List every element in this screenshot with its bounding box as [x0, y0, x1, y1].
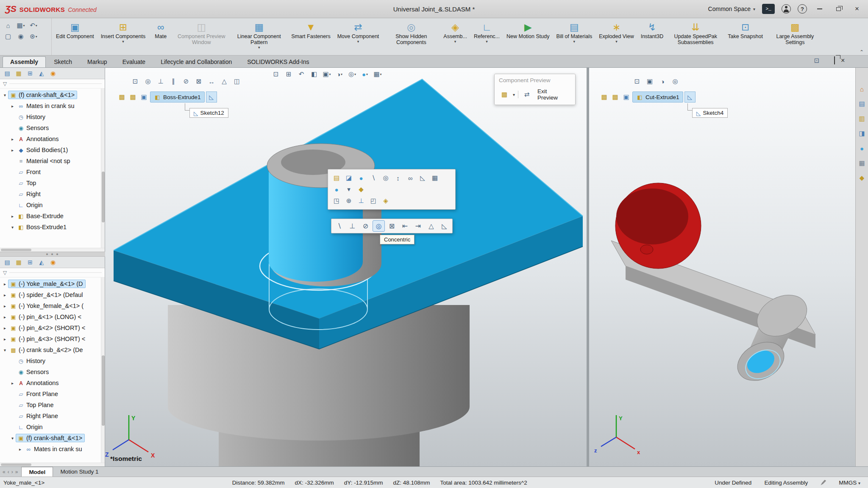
- comment-icon[interactable]: [417, 173, 428, 183]
- subassembly-icon[interactable]: [610, 92, 620, 102]
- configurationmanager-tab-icon[interactable]: [25, 258, 36, 267]
- expand-arrow-icon[interactable]: [2, 304, 8, 308]
- sync-preview-icon[interactable]: [521, 89, 532, 100]
- distance-icon[interactable]: [206, 76, 217, 86]
- crank-wheel-top-face[interactable]: [616, 189, 688, 244]
- ribbon-collapse-icon[interactable]: ⌃: [860, 49, 864, 55]
- edit-feature-icon[interactable]: [331, 173, 342, 183]
- edit-sketch-icon[interactable]: [343, 173, 354, 183]
- ribbon-button[interactable]: Bill of Materials ▾: [553, 19, 595, 54]
- ribbon-button[interactable]: Component Preview Window ▾: [172, 19, 230, 54]
- tree-item[interactable]: Boss-Extrude1: [0, 222, 105, 233]
- home-icon[interactable]: [3, 20, 14, 30]
- perpendicular2-icon[interactable]: [155, 76, 166, 86]
- command-tab[interactable]: Lifecycle and Collaboration: [153, 57, 239, 67]
- perpendicular-relation-icon[interactable]: [346, 220, 359, 232]
- ribbon-button[interactable]: Move Component ▾: [334, 19, 383, 54]
- ribbon-button[interactable]: Show Hidden Components ▾: [382, 19, 440, 54]
- next-tab-icon[interactable]: ›: [11, 469, 13, 475]
- expand-arrow-icon[interactable]: [9, 225, 16, 230]
- coincident-icon[interactable]: [130, 76, 141, 86]
- sketch-chip-box[interactable]: [684, 92, 696, 103]
- hide-show-icon[interactable]: [347, 69, 358, 79]
- exit-preview-button[interactable]: Exit Preview: [535, 87, 571, 102]
- zoom-fit-icon[interactable]: [270, 69, 281, 79]
- view-palette-icon[interactable]: [857, 128, 867, 139]
- sketch-breadcrumb-chip[interactable]: Sketch12: [189, 108, 228, 118]
- concentric2-icon[interactable]: [142, 76, 153, 86]
- box-zoom-icon[interactable]: [331, 196, 342, 206]
- dock-window-icon[interactable]: ⊡: [811, 55, 822, 66]
- displaymanager-tab-icon[interactable]: [47, 69, 58, 78]
- expand-arrow-icon[interactable]: [2, 315, 8, 319]
- propertymanager-tab-icon[interactable]: [13, 69, 24, 78]
- assembly-icon[interactable]: [117, 92, 127, 102]
- custom-properties-icon[interactable]: [857, 158, 867, 168]
- ribbon-button[interactable]: Mate ▾: [149, 19, 172, 54]
- expand-arrow-icon[interactable]: [9, 148, 16, 152]
- table-icon[interactable]: [429, 173, 440, 183]
- tree-item[interactable]: (-) spider_&<1> (Defaul: [0, 289, 105, 300]
- appearance-icon[interactable]: [356, 173, 367, 183]
- file-explorer-icon[interactable]: [857, 114, 867, 124]
- tree-item[interactable]: Annotations: [0, 133, 105, 144]
- edit-appearance-icon[interactable]: [359, 69, 370, 79]
- ribbon-button[interactable]: Edit Component ▾: [53, 19, 97, 54]
- vertical-scrollbar[interactable]: [101, 277, 105, 463]
- account-icon[interactable]: [782, 4, 791, 14]
- appearances-icon[interactable]: [857, 143, 867, 153]
- expand-arrow-icon[interactable]: [9, 214, 16, 219]
- contour-icon[interactable]: [368, 173, 379, 183]
- tree-item[interactable]: Front Plane: [0, 388, 105, 399]
- parallel-relation-icon[interactable]: [333, 220, 345, 232]
- dimxpertmanager-tab-icon[interactable]: [36, 69, 47, 78]
- zoom-fit-icon[interactable]: [632, 76, 643, 86]
- right-3d-scene[interactable]: Y x z: [589, 68, 855, 466]
- concentric-relation-icon[interactable]: [373, 220, 385, 232]
- attach-icon[interactable]: [405, 173, 416, 183]
- expand-arrow-icon[interactable]: [2, 348, 8, 352]
- vertical-scrollbar[interactable]: [101, 89, 105, 248]
- command-tab[interactable]: Evaluate: [115, 57, 153, 67]
- configure-feature-icon[interactable]: [380, 196, 391, 206]
- horizontal-scrollbar[interactable]: [0, 463, 105, 466]
- featuremanager-tab-icon[interactable]: [2, 69, 13, 78]
- tree-item[interactable]: Annotations: [0, 377, 105, 388]
- expand-arrow-icon[interactable]: [2, 337, 8, 341]
- unit-system-selector[interactable]: MMGS ▾: [839, 480, 860, 486]
- appearance-ball-icon[interactable]: [331, 184, 342, 194]
- ribbon-button[interactable]: Exploded View ▾: [595, 19, 637, 54]
- new-document-icon[interactable]: [3, 31, 14, 42]
- expand-arrow-icon[interactable]: [2, 282, 8, 286]
- design-library-icon[interactable]: [857, 99, 867, 109]
- horizontal-dim-icon[interactable]: [399, 220, 411, 232]
- ribbon-button[interactable]: Large Assembly Settings ▾: [766, 19, 824, 54]
- ribbon-button[interactable]: Instant3D ▾: [637, 19, 667, 54]
- expand-arrow-icon[interactable]: [9, 436, 16, 441]
- assembly-icon[interactable]: [599, 92, 609, 102]
- measure-icon[interactable]: [392, 173, 403, 183]
- command-tab[interactable]: Markup: [80, 57, 114, 67]
- tree-item[interactable]: Base-Extrude: [0, 211, 105, 222]
- doc-close-button[interactable]: ×: [841, 57, 845, 64]
- expand-arrow-icon[interactable]: [2, 293, 8, 297]
- expand-arrow-icon[interactable]: [2, 326, 8, 330]
- tree-item[interactable]: Right: [0, 189, 105, 200]
- select-icon[interactable]: [15, 31, 26, 42]
- save-icon[interactable]: [15, 20, 26, 30]
- tab-model[interactable]: Model: [21, 467, 53, 477]
- last-tab-icon[interactable]: »: [15, 469, 18, 475]
- tree-item[interactable]: (-) Yoke_female_&<1> (: [0, 300, 105, 311]
- tangent-relation-icon[interactable]: [359, 220, 372, 232]
- angle-dim-icon[interactable]: [425, 220, 437, 232]
- expand-arrow-icon[interactable]: [2, 93, 8, 97]
- terminal-icon[interactable]: >_: [762, 4, 775, 14]
- propertymanager-tab-icon[interactable]: [13, 258, 24, 267]
- normal-to-icon[interactable]: [356, 196, 367, 206]
- expand-arrow-icon[interactable]: [17, 447, 23, 452]
- tree-item[interactable]: History: [0, 111, 105, 122]
- command-tab[interactable]: Assembly: [3, 56, 46, 67]
- tab-navigation[interactable]: « ‹ › »: [3, 467, 21, 477]
- displaymanager-tab-icon[interactable]: [47, 258, 58, 267]
- tree-item[interactable]: Material <not sp: [0, 155, 105, 166]
